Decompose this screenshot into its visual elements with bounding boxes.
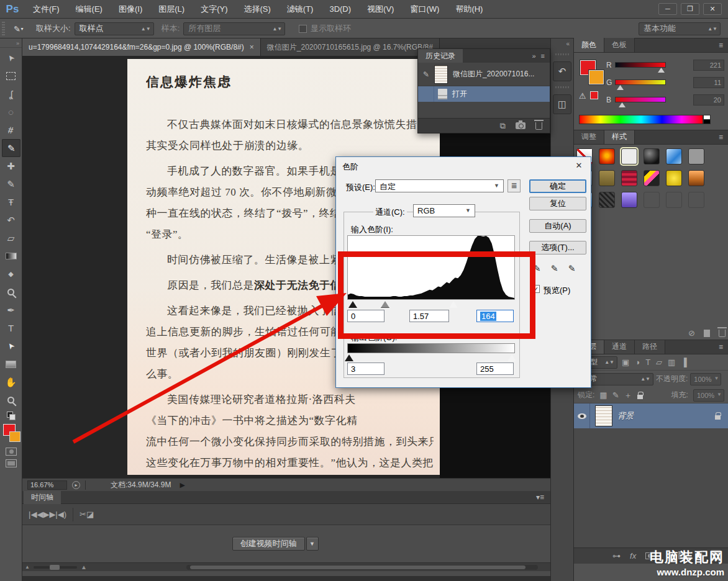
slider-value-field[interactable]: 11 [693, 77, 724, 88]
slider-track[interactable] [615, 62, 666, 68]
style-empty-1[interactable] [644, 192, 660, 208]
layer-name[interactable]: 背景 [617, 410, 634, 421]
rectangle-tool[interactable] [2, 355, 20, 373]
lock-position-icon[interactable]: ＋ [624, 391, 632, 399]
hand-tool[interactable]: ✋ [2, 373, 20, 391]
document-tab-2[interactable]: 微信图片_20200710165615.jpg @ 16.7%(RGB/8# [261, 38, 440, 56]
current-tool-eyedropper-icon[interactable]: ✐▾ [7, 24, 29, 34]
go-previous-frame-button[interactable]: ◀ [37, 510, 43, 518]
sample-dropdown[interactable]: 所有图层▲▼ [183, 22, 285, 35]
history-state-open-row[interactable]: 打开 [418, 86, 550, 102]
style-red-stripes[interactable] [621, 170, 637, 186]
menu-item-9[interactable]: 视图(V) [359, 0, 402, 19]
menu-item-7[interactable]: 滤镜(T) [279, 0, 322, 19]
menu-item-3[interactable]: 图像(I) [111, 0, 150, 19]
blur-tool[interactable]: ◆ [2, 265, 20, 283]
path-selection-tool[interactable]: ➤ [2, 337, 20, 355]
spot-healing-brush-tool[interactable]: ✚ [2, 157, 20, 175]
fill-field[interactable]: 100%▼ [693, 389, 724, 402]
filter-smart-objects-icon[interactable]: ▥ [668, 358, 675, 366]
style-white-outline[interactable] [621, 148, 637, 164]
create-video-timeline-button[interactable]: 创建视频时间轴 [232, 537, 305, 551]
tab-channels[interactable]: 通道 [604, 340, 635, 354]
reset-button[interactable]: 复位 [529, 197, 586, 210]
go-first-frame-button[interactable]: |◀ [29, 510, 37, 518]
create-snapshot-camera-icon[interactable] [516, 122, 526, 129]
tab-styles[interactable]: 样式 [604, 130, 635, 144]
lock-all-icon[interactable] [637, 395, 643, 399]
history-brush-tool[interactable]: ↶ [2, 211, 20, 229]
output-black-field[interactable]: 3 [347, 363, 384, 375]
menu-item-10[interactable]: 窗口(W) [402, 0, 447, 19]
tab-paths[interactable]: 路径 [635, 340, 665, 354]
menu-item-4[interactable]: 图层(L) [150, 0, 193, 19]
menu-item-8[interactable]: 3D(D) [321, 0, 359, 19]
eyedropper-tool[interactable]: ✐ [2, 139, 20, 157]
tab-close-icon[interactable]: × [250, 43, 254, 52]
dodge-tool[interactable] [2, 283, 20, 301]
move-tool[interactable]: ➤ [2, 49, 20, 67]
brush-tool[interactable]: ✎ [2, 175, 20, 193]
auto-button[interactable]: 自动(A) [529, 219, 586, 233]
new-document-from-state-icon[interactable]: ⧉ [500, 122, 506, 130]
history-menu-icon[interactable]: ≡ [541, 52, 545, 60]
gray-point-eyedropper-icon[interactable]: ✐ [547, 261, 561, 275]
transition-button[interactable]: ◪ [86, 510, 94, 518]
clear-style-icon[interactable]: ⊘ [688, 329, 695, 337]
history-state-brush-cell[interactable] [418, 86, 434, 102]
pen-tool[interactable]: ✒ [2, 301, 20, 319]
timeline-scrollbar[interactable] [186, 565, 538, 570]
mute-audio-button[interactable]: ◀) [58, 510, 66, 518]
slider-track[interactable] [615, 97, 666, 102]
lasso-tool[interactable]: ʆ [2, 85, 20, 103]
style-blue-glossy[interactable] [666, 148, 682, 164]
gamut-swatch[interactable] [590, 91, 598, 99]
panel-background-swatch[interactable] [589, 70, 604, 84]
gamut-warning-icon[interactable]: ⚠ [579, 91, 586, 101]
split-clip-button[interactable]: ✂ [80, 510, 86, 518]
preset-dropdown[interactable]: 自定▼ [375, 179, 504, 192]
style-red-glow[interactable] [599, 148, 615, 164]
style-yellow[interactable] [666, 170, 682, 186]
clone-stamp-tool[interactable]: Ŧ [2, 193, 20, 211]
maximize-button[interactable]: ❒ [681, 3, 699, 15]
filter-toggle-icon[interactable]: ▐ [681, 358, 686, 366]
delete-style-trash-icon[interactable] [719, 330, 726, 337]
type-tool[interactable]: T [2, 319, 20, 337]
lock-transparency-icon[interactable]: ▦ [599, 391, 607, 399]
layer-effects-fx-icon[interactable]: fx [630, 552, 636, 560]
white-point-eyedropper-icon[interactable]: ✐ [565, 261, 578, 275]
new-style-icon[interactable] [704, 330, 710, 337]
style-sunset[interactable] [688, 170, 704, 186]
menu-item-2[interactable]: 编辑(E) [68, 0, 111, 19]
filter-pixel-layers-icon[interactable]: ▣ [622, 358, 629, 366]
slider-thumb[interactable] [619, 102, 626, 107]
slider-track[interactable] [615, 79, 666, 85]
style-dark-sphere[interactable] [644, 148, 660, 164]
menu-item-6[interactable]: 选择(S) [235, 0, 278, 19]
channel-dropdown[interactable]: RGB▼ [413, 204, 475, 217]
collapsed-history-panel-button[interactable]: ↶ [553, 61, 571, 81]
background-color-swatch[interactable] [9, 431, 20, 442]
panels-collapse-icon[interactable]: « [551, 38, 573, 48]
styles-panel-menu-icon[interactable]: ≡ [719, 133, 728, 144]
quick-mask-button[interactable] [6, 448, 17, 456]
filter-type-layers-icon[interactable]: T [645, 358, 650, 366]
go-next-frame-button[interactable]: ▶| [49, 510, 57, 518]
collapsed-3d-panel-button[interactable]: ◫ [553, 94, 571, 114]
style-purple[interactable] [621, 192, 637, 208]
quick-selection-tool[interactable]: ◌ [2, 103, 20, 121]
spectrum-black-swatch[interactable] [703, 119, 711, 124]
style-multicolor[interactable] [644, 170, 660, 186]
visibility-eye-icon[interactable] [578, 413, 586, 419]
history-snapshot-row[interactable]: ✎ 微信图片_2020071016... [418, 63, 550, 86]
rectangular-marquee-tool[interactable] [2, 67, 20, 85]
timeline-zoom-in-icon[interactable]: ▲ [81, 564, 87, 570]
close-button[interactable]: ✕ [703, 3, 722, 15]
timeline-zoom-slider[interactable] [34, 566, 77, 569]
options-button[interactable]: 选项(T)... [529, 241, 586, 254]
status-menu-arrow-icon[interactable]: ▶ [180, 481, 184, 489]
create-timeline-dropdown-icon[interactable]: ▼ [306, 537, 319, 551]
layers-panel-menu-icon[interactable]: ≡ [719, 343, 728, 354]
menu-item-1[interactable]: 文件(F) [25, 0, 68, 19]
